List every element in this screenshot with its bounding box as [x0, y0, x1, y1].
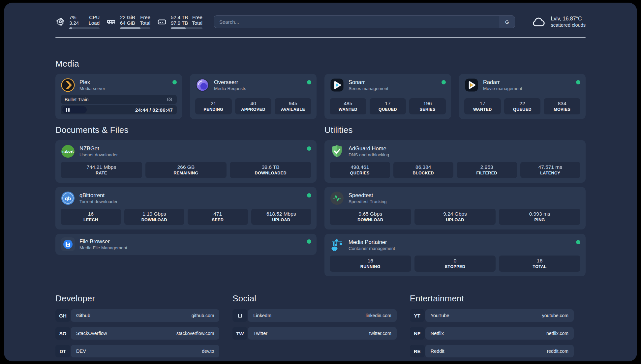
stat-label: DOWNLOAD [126, 217, 183, 223]
bookmark-row[interactable]: SOStackOverflowstackoverflow.com [55, 327, 219, 340]
bookmark-link[interactable]: Githubgithub.com [71, 309, 219, 322]
disk-label: Free [192, 15, 202, 20]
stat-tiles: 9.65 GbpsDOWNLOAD9.24 GbpsUPLOAD0.993 ms… [330, 205, 580, 225]
weather-condition: scattered clouds [551, 22, 586, 28]
stat-tile: 86,384BLOCKED [393, 162, 454, 178]
stat-value: 744.21 Mbps [62, 164, 141, 170]
section-social: Social LILinkedInlinkedin.comTWTwittertw… [232, 293, 396, 357]
app-card-filebrowser[interactable]: File Browser Media File Management [55, 234, 317, 255]
bookmark-row[interactable]: YTYouTubeyoutube.com [410, 309, 574, 322]
stat-label: MOVIES [545, 107, 579, 112]
stat-tile: 9.24 GbpsUPLOAD [414, 209, 496, 225]
disk-free: 52.4 TB [171, 15, 188, 20]
stat-label: FILTERED [458, 170, 516, 176]
cpu-load: 3.24 [69, 20, 82, 26]
stat-label: WANTED [466, 107, 500, 112]
stat-value: 21 [197, 100, 230, 107]
bookmark-abbr: NF [410, 327, 425, 340]
app-card-radarr[interactable]: Radarr Movie management 17WANTED22QUEUED… [459, 74, 586, 119]
app-card-sonarr[interactable]: Sonarr Series management 485WANTED17QUEU… [324, 74, 451, 119]
header-divider [55, 37, 586, 38]
svg-text:qb: qb [65, 196, 71, 201]
stat-tiles: 21PENDING40APPROVED945AVAILABLE [195, 95, 311, 114]
bookmark-row[interactable]: LILinkedInlinkedin.com [232, 309, 396, 322]
cpu-label: CPU [89, 15, 100, 20]
stat-tile: 39.6 TBDOWNLOADED [230, 162, 311, 178]
bookmark-abbr: YT [410, 309, 425, 322]
bookmark-row[interactable]: GHGithubgithub.com [55, 309, 219, 322]
search-input[interactable] [214, 19, 499, 25]
bookmark-link[interactable]: Twittertwitter.com [248, 327, 396, 340]
status-dot [307, 239, 311, 244]
bookmark-row[interactable]: RERedditreddit.com [410, 345, 574, 357]
portainer-icon [330, 238, 344, 252]
stat-tile: 0.993 msPING [499, 209, 580, 225]
app-card-speedtest[interactable]: Speedtest Speedtest Tracking 9.65 GbpsDO… [324, 187, 586, 229]
top-bar: 7% 3.24 CPU Load [55, 14, 586, 30]
stat-tiles: 485WANTED17QUEUED196SERIES [330, 95, 446, 114]
cpu-label-2: Load [89, 20, 100, 26]
stat-tile: 945AVAILABLE [275, 98, 311, 114]
section-title-social: Social [232, 293, 396, 303]
bookmark-abbr: DT [55, 345, 70, 357]
stat-value: 17 [466, 100, 500, 107]
status-dot [576, 80, 580, 84]
bookmark-name: Twitter [253, 331, 267, 336]
app-name: Speedtest [349, 192, 387, 198]
app-name: AdGuard Home [349, 145, 389, 152]
stat-tile: 47.571 msLATENCY [520, 162, 581, 178]
pause-icon [66, 108, 67, 112]
section-title-utilities: Utilities [324, 125, 586, 135]
weather-widget[interactable]: Lviv, 16.87°C scattered clouds [531, 14, 586, 29]
stat-tile: 2,953FILTERED [457, 162, 517, 178]
search-engine-button[interactable]: G [499, 16, 515, 28]
stat-value: 0.993 ms [500, 211, 579, 217]
bookmark-url: github.com [192, 313, 214, 318]
stat-label: RATE [62, 170, 141, 176]
status-dot [307, 193, 311, 197]
app-card-qbittorrent[interactable]: qb qBittorrent Torrent downloader 16LEEC… [55, 187, 317, 229]
stat-label: DOWNLOAD [331, 217, 410, 223]
bookmark-link[interactable]: StackOverflowstackoverflow.com [71, 327, 219, 340]
bookmark-url: dev.to [202, 349, 214, 354]
stat-tile: 471SEED [188, 209, 248, 225]
bookmark-abbr: TW [232, 327, 247, 340]
bookmark-row[interactable]: DTDEVdev.to [55, 345, 219, 357]
bookmark-row[interactable]: TWTwittertwitter.com [232, 327, 396, 340]
app-card-plex[interactable]: Plex Media server Bullet Train [55, 74, 182, 119]
pause-button[interactable] [62, 106, 87, 113]
app-card-portainer[interactable]: Media Portainer Container management 16R… [324, 234, 586, 276]
bookmark-link[interactable]: DEVdev.to [71, 345, 219, 357]
app-subtitle: Speedtest Tracking [349, 199, 387, 204]
bookmark-url: youtube.com [542, 313, 568, 318]
bookmark-link[interactable]: Netflixnetflix.com [425, 327, 574, 340]
bookmark-abbr: SO [55, 327, 70, 340]
stat-tile: 485WANTED [330, 98, 366, 114]
app-card-nzbget[interactable]: nzbget NZBGet Usenet downloader 744.21 M… [55, 140, 317, 183]
app-card-overseerr[interactable]: Overseerr Media Requests 21PENDING40APPR… [190, 74, 317, 119]
stat-label: UPLOAD [416, 217, 495, 223]
stat-tile: 22QUEUED [504, 98, 541, 114]
stat-value: 9.65 Gbps [331, 211, 410, 217]
search-bar: G [214, 15, 515, 28]
bookmark-name: Github [76, 313, 90, 318]
now-playing-widget: Bullet Train 24:44 / 02:06:47 [61, 95, 177, 114]
sonarr-icon [330, 78, 344, 92]
bookmark-link[interactable]: Redditreddit.com [425, 345, 574, 357]
playback-time: 24:44 / 02:06:47 [135, 107, 173, 113]
dashboard-panel: 7% 3.24 CPU Load [4, 3, 637, 361]
stat-label: RUNNING [331, 264, 410, 269]
stat-label: QUERIES [331, 170, 389, 176]
disk-stat: 52.4 TB 97.9 TB Free Total [157, 15, 202, 29]
bookmark-abbr: LI [232, 309, 247, 322]
app-card-adguard[interactable]: AdGuard Home DNS and adblocking 498,461Q… [324, 140, 586, 183]
plex-icon [61, 78, 75, 92]
stat-label: DOWNLOADED [231, 170, 310, 176]
stat-tiles: 16RUNNING0STOPPED16TOTAL [330, 252, 580, 272]
bookmark-link[interactable]: YouTubeyoutube.com [425, 309, 574, 322]
bookmark-link[interactable]: LinkedInlinkedin.com [248, 309, 396, 322]
stat-value: 1.19 Gbps [126, 211, 183, 217]
stat-tile: 196SERIES [409, 98, 446, 114]
app-name: Plex [79, 79, 105, 85]
bookmark-row[interactable]: NFNetflixnetflix.com [410, 327, 574, 340]
